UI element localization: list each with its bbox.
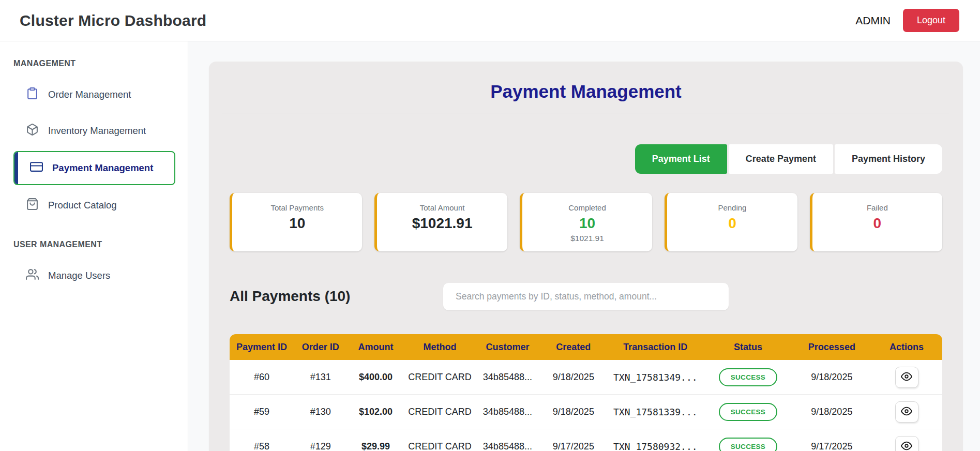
stat-label: Pending [671, 203, 793, 212]
status-badge: SUCCESS [719, 368, 777, 386]
view-payment-button[interactable] [895, 401, 918, 423]
logout-button[interactable]: Logout [903, 9, 959, 32]
view-payment-button[interactable] [895, 436, 918, 451]
sidebar-item-label: Inventory Management [48, 125, 146, 137]
cell-payment-id: #60 [230, 360, 294, 395]
cell-payment-id: #58 [230, 429, 294, 451]
cell-actions [871, 360, 942, 395]
sidebar-section-user-management: USER MANAGEMENT [13, 240, 175, 249]
sidebar-item-inventory-management[interactable]: Inventory Management [13, 115, 175, 147]
col-method: Method [404, 334, 476, 360]
cell-order-id: #130 [294, 395, 347, 429]
credit-card-icon [30, 160, 43, 176]
stat-value: $1021.91 [381, 215, 503, 232]
cell-status: SUCCESS [703, 395, 792, 429]
sidebar-item-label: Payment Management [52, 162, 153, 174]
col-processed: Processed [793, 334, 871, 360]
cell-actions [871, 429, 942, 451]
page-title: Payment Management [230, 81, 942, 102]
sidebar-item-label: Product Catalog [48, 200, 117, 211]
cell-order-id: #129 [294, 429, 347, 451]
cell-actions [871, 395, 942, 429]
cell-status: SUCCESS [703, 360, 792, 395]
col-created: Created [539, 334, 607, 360]
sidebar-item-label: Manage Users [48, 270, 110, 281]
table-row: #58 #129 $29.99 CREDIT CARD 34b85488... … [230, 429, 942, 451]
cell-amount: $29.99 [347, 429, 404, 451]
stat-cards: Total Payments 10 Total Amount $1021.91 … [230, 193, 942, 251]
stat-value: 10 [236, 215, 358, 232]
table-header-row: Payment ID Order ID Amount Method Custom… [230, 334, 942, 360]
sidebar-item-manage-users[interactable]: Manage Users [13, 260, 175, 292]
sidebar-item-product-catalog[interactable]: Product Catalog [13, 189, 175, 221]
stat-label: Total Amount [381, 203, 503, 212]
sidebar-item-payment-management[interactable]: Payment Management [13, 151, 175, 185]
search-input[interactable] [443, 283, 729, 310]
main-content: Payment Management Payment List Create P… [188, 41, 980, 451]
stat-card-failed: Failed 0 [810, 193, 942, 251]
table-row: #60 #131 $400.00 CREDIT CARD 34b85488...… [230, 360, 942, 395]
title-divider [222, 113, 949, 113]
cell-amount: $102.00 [347, 395, 404, 429]
col-transaction-id: Transaction ID [607, 334, 703, 360]
app-title: Cluster Micro Dashboard [20, 12, 206, 29]
col-payment-id: Payment ID [230, 334, 294, 360]
cell-customer: 34b85488... [475, 360, 539, 395]
cell-payment-id: #59 [230, 395, 294, 429]
tab-payment-list[interactable]: Payment List [635, 144, 727, 174]
tab-payment-history[interactable]: Payment History [835, 144, 942, 174]
col-amount: Amount [347, 334, 404, 360]
stat-label: Completed [526, 203, 648, 212]
view-payment-button[interactable] [895, 367, 918, 388]
stat-value: 0 [817, 215, 938, 232]
cell-processed: 9/18/2025 [793, 360, 871, 395]
col-actions: Actions [871, 334, 942, 360]
top-bar: Cluster Micro Dashboard ADMIN Logout [0, 0, 980, 41]
status-badge: SUCCESS [719, 403, 777, 421]
cell-method: CREDIT CARD [404, 360, 476, 395]
cell-transaction-id: TXN_17581349... [607, 360, 703, 395]
shopping-bag-icon [26, 198, 39, 213]
cell-method: CREDIT CARD [404, 395, 476, 429]
stat-card-total-payments: Total Payments 10 [230, 193, 362, 251]
cell-processed: 9/18/2025 [793, 395, 871, 429]
cell-created: 9/18/2025 [539, 395, 607, 429]
user-role-label: ADMIN [855, 14, 891, 27]
status-badge: SUCCESS [719, 438, 777, 451]
cell-customer: 34b85488... [475, 395, 539, 429]
cell-transaction-id: TXN_17580932... [607, 429, 703, 451]
eye-icon [901, 440, 912, 451]
cell-order-id: #131 [294, 360, 347, 395]
tab-create-payment[interactable]: Create Payment [729, 144, 833, 174]
stat-card-completed: Completed 10 $1021.91 [520, 193, 652, 251]
sidebar-item-order-management[interactable]: Order Management [13, 79, 175, 111]
payments-table: Payment ID Order ID Amount Method Custom… [230, 334, 942, 451]
cube-icon [26, 123, 39, 139]
stat-card-total-amount: Total Amount $1021.91 [374, 193, 507, 251]
payment-tabs: Payment List Create Payment Payment Hist… [230, 144, 942, 174]
stat-value: 10 [526, 215, 648, 232]
cell-amount: $400.00 [347, 360, 404, 395]
users-icon [26, 268, 39, 283]
cell-created: 9/18/2025 [539, 360, 607, 395]
topbar-right: ADMIN Logout [855, 9, 959, 32]
sidebar: MANAGEMENT Order Management Inventory Ma… [0, 41, 188, 451]
sidebar-item-label: Order Management [48, 89, 131, 100]
sidebar-section-management: MANAGEMENT [13, 59, 175, 68]
stat-label: Total Payments [236, 203, 358, 212]
cell-created: 9/17/2025 [539, 429, 607, 451]
eye-icon [901, 371, 912, 384]
stat-label: Failed [817, 203, 938, 212]
stat-value: 0 [671, 215, 793, 232]
clipboard-icon [26, 87, 39, 102]
all-payments-heading: All Payments (10) [230, 288, 350, 305]
stat-card-pending: Pending 0 [665, 193, 797, 251]
col-order-id: Order ID [294, 334, 347, 360]
cell-status: SUCCESS [703, 429, 792, 451]
eye-icon [901, 405, 912, 418]
col-status: Status [703, 334, 792, 360]
col-customer: Customer [475, 334, 539, 360]
payment-management-panel: Payment Management Payment List Create P… [209, 62, 963, 451]
cell-transaction-id: TXN_17581339... [607, 395, 703, 429]
cell-processed: 9/17/2025 [793, 429, 871, 451]
